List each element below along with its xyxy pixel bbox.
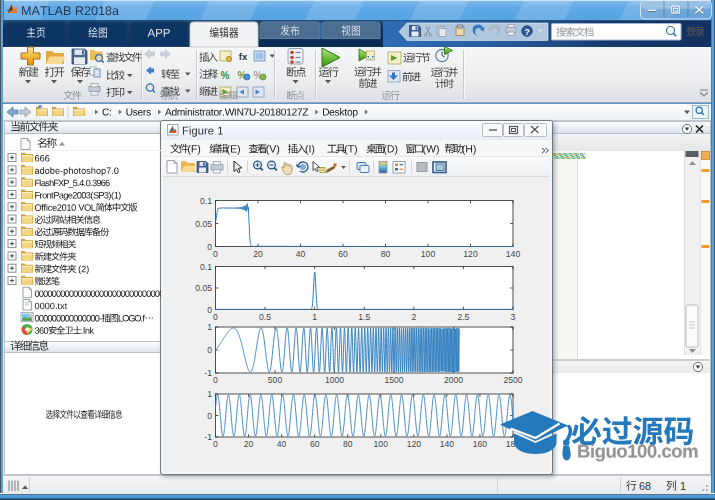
svg-text:1.5: 1.5 [358,312,370,322]
svg-text:1500: 1500 [384,375,403,385]
svg-text:0.1: 0.1 [200,262,212,272]
svg-text:0: 0 [213,312,218,322]
svg-text:0.05: 0.05 [195,283,212,293]
svg-text:68: 68 [639,480,651,492]
svg-text:140: 140 [506,249,521,259]
svg-text:fx: fx [239,51,248,62]
svg-text:500: 500 [268,375,283,385]
svg-text:120: 120 [463,249,478,259]
svg-text:100: 100 [421,249,436,259]
svg-text:140: 140 [440,439,455,449]
svg-text:0: 0 [207,411,212,421]
svg-text:0: 0 [207,242,212,252]
svg-text:%: % [221,70,230,81]
svg-text:40: 40 [277,439,287,449]
svg-text:1: 1 [312,312,317,322]
svg-text:20: 20 [244,439,254,449]
svg-text:0: 0 [213,375,218,385]
svg-text:1: 1 [207,389,212,399]
svg-text:1: 1 [207,322,212,332]
svg-text:1: 1 [680,480,686,492]
svg-text:60: 60 [338,249,348,259]
svg-text:0.1: 0.1 [200,196,212,206]
svg-text:-1: -1 [204,432,212,442]
svg-text:%%%%%%: %%%%%% [553,152,586,162]
svg-text:100: 100 [374,439,389,449]
svg-text:60: 60 [310,439,320,449]
svg-text:3: 3 [511,312,516,322]
svg-text:2000: 2000 [444,375,463,385]
svg-text:0: 0 [207,345,212,355]
svg-text:20: 20 [253,249,263,259]
svg-text:0: 0 [213,249,218,259]
svg-text:120: 120 [407,439,422,449]
svg-text:2500: 2500 [503,375,522,385]
svg-text:2.5: 2.5 [457,312,469,322]
svg-text:0: 0 [207,305,212,315]
svg-text:0: 0 [213,439,218,449]
svg-text:160: 160 [473,439,488,449]
svg-text:40: 40 [296,249,306,259]
svg-text:80: 80 [381,249,391,259]
svg-text:0.05: 0.05 [195,219,212,229]
svg-text:-1: -1 [204,368,212,378]
svg-text:0.5: 0.5 [259,312,271,322]
svg-text:?: ? [524,27,529,37]
svg-text:80: 80 [343,439,353,449]
svg-text:2: 2 [411,312,416,322]
svg-text:1000: 1000 [325,375,344,385]
